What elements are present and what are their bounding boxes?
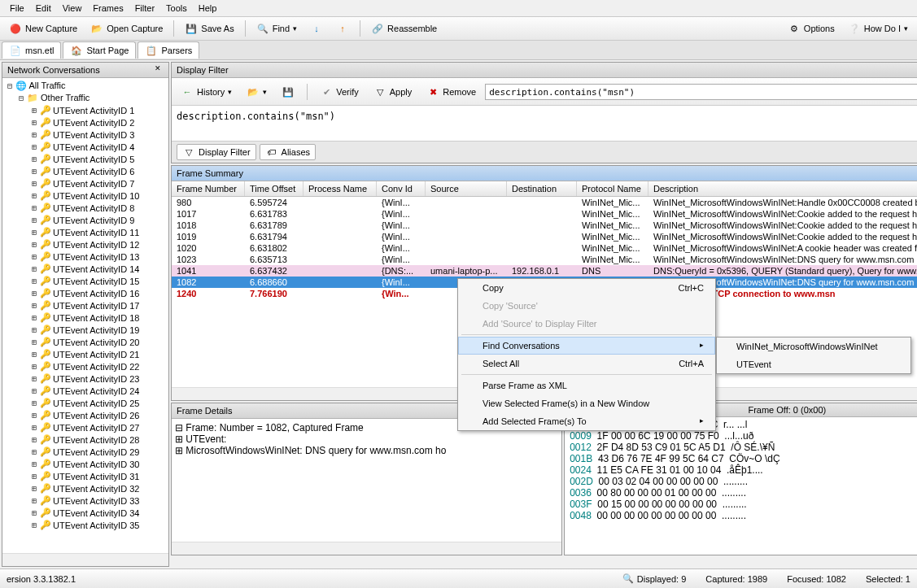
- frame-details-tree[interactable]: ⊟ Frame: Number = 1082, Captured Frame ⊞…: [172, 419, 561, 542]
- ctx-find-conversations[interactable]: Find Conversations▸: [458, 337, 715, 355]
- tree-item[interactable]: ⊞🔑UTEvent ActivityID 15: [4, 275, 167, 287]
- apply-button[interactable]: ▽Apply: [368, 82, 418, 102]
- tree-item[interactable]: ⊞🔑UTEvent ActivityID 11: [4, 226, 167, 238]
- tree-item[interactable]: ⊞🔑UTEvent ActivityID 23: [4, 372, 167, 385]
- how-do-i-button[interactable]: ❔How Do I ▾: [842, 19, 914, 38]
- menu-help[interactable]: Help: [199, 3, 217, 13]
- tree-item[interactable]: ⊞🔑UTEvent ActivityID 4: [4, 141, 167, 153]
- tree-item[interactable]: ⊞🔑UTEvent ActivityID 12: [4, 238, 167, 250]
- tree-item[interactable]: ⊞🔑UTEvent ActivityID 26: [4, 409, 167, 421]
- tree-item[interactable]: ⊞🔑UTEvent ActivityID 7: [4, 177, 167, 189]
- table-row[interactable]: 10186.631789{WinI...WinINet_Mic...WinINe…: [172, 220, 917, 231]
- tree-item[interactable]: ⊞🔑UTEvent ActivityID 16: [4, 287, 167, 299]
- menu-view[interactable]: View: [63, 3, 82, 13]
- tree-item[interactable]: ⊞🔑UTEvent ActivityID 22: [4, 360, 167, 372]
- tree-item[interactable]: ⊞🔑UTEvent ActivityID 9: [4, 214, 167, 226]
- tab-aliases[interactable]: 🏷Aliases: [260, 144, 316, 160]
- tree-item[interactable]: ⊞🔑UTEvent ActivityID 33: [4, 494, 167, 507]
- arrow-up-button[interactable]: ↑: [330, 19, 355, 38]
- tree-item[interactable]: ⊞🔑UTEvent ActivityID 35: [4, 519, 167, 531]
- col-description[interactable]: Description: [648, 181, 917, 196]
- tree-item[interactable]: ⊞🔑UTEvent ActivityID 30: [4, 458, 167, 470]
- hex-dump[interactable]: 0000 72 00 00 00 20 00 00 00 6C r... ...…: [565, 417, 917, 555]
- tree-item[interactable]: ⊞🔑UTEvent ActivityID 28: [4, 433, 167, 446]
- tree-other-traffic[interactable]: ⊟📁 Other Traffic: [4, 92, 167, 104]
- col-frame-number[interactable]: Frame Number: [172, 181, 245, 196]
- folder-button[interactable]: 📂▾: [241, 82, 273, 102]
- history-button[interactable]: ←History▾: [175, 82, 238, 102]
- col-time-offset[interactable]: Time Offset: [245, 181, 303, 196]
- menu-file[interactable]: File: [10, 3, 24, 13]
- back-icon: ←: [181, 85, 194, 98]
- filter-expression-input[interactable]: [485, 84, 917, 100]
- tree-item[interactable]: ⊞🔑UTEvent ActivityID 3: [4, 128, 167, 141]
- ctx-add-frames-to[interactable]: Add Selected Frame(s) To▸: [458, 412, 715, 430]
- col-process-name[interactable]: Process Name: [303, 181, 377, 196]
- table-row[interactable]: 9806.595724{WinI...WinINet_Mic...WinINet…: [172, 197, 917, 208]
- tree-item[interactable]: ⊞🔑UTEvent ActivityID 19: [4, 324, 167, 336]
- close-icon[interactable]: ✕: [152, 64, 164, 76]
- filter-body[interactable]: description.contains("msn"): [172, 105, 917, 141]
- h-scrollbar[interactable]: [2, 553, 168, 566]
- tree-root[interactable]: ⊟🌐 All Traffic: [4, 80, 167, 92]
- chevron-right-icon: ▸: [700, 416, 704, 426]
- new-capture-button[interactable]: 🔴New Capture: [3, 19, 83, 38]
- tree-item[interactable]: ⊞🔑UTEvent ActivityID 31: [4, 470, 167, 482]
- col-source[interactable]: Source: [426, 181, 507, 196]
- tree-item[interactable]: ⊞🔑UTEvent ActivityID 18: [4, 311, 167, 324]
- menu-edit[interactable]: Edit: [36, 3, 51, 13]
- menu-tools[interactable]: Tools: [166, 3, 187, 13]
- tree-item[interactable]: ⊞🔑UTEvent ActivityID 14: [4, 263, 167, 275]
- tab-start-page[interactable]: 🏠Start Page: [63, 41, 136, 59]
- menu-frames[interactable]: Frames: [93, 3, 123, 13]
- conversation-tree[interactable]: ⊟🌐 All Traffic⊟📁 Other Traffic⊞🔑UTEvent …: [2, 78, 168, 553]
- tree-item[interactable]: ⊞🔑UTEvent ActivityID 8: [4, 202, 167, 214]
- tree-item[interactable]: ⊞🔑UTEvent ActivityID 34: [4, 507, 167, 519]
- arrow-down-button[interactable]: ↓: [304, 19, 329, 38]
- save-button[interactable]: 💾: [276, 82, 300, 102]
- ctx-copy[interactable]: CopyCtrl+C: [458, 279, 715, 297]
- tree-item[interactable]: ⊞🔑UTEvent ActivityID 29: [4, 446, 167, 458]
- tree-item[interactable]: ⊞🔑UTEvent ActivityID 24: [4, 385, 167, 397]
- ctx-view-new-window[interactable]: View Selected Frame(s) in a New Window: [458, 394, 715, 412]
- key-icon: 🔑: [40, 349, 51, 359]
- table-row[interactable]: 10176.631783{WinI...WinINet_Mic...WinINe…: [172, 208, 917, 220]
- tree-item[interactable]: ⊞🔑UTEvent ActivityID 20: [4, 336, 167, 348]
- verify-button[interactable]: ✔Verify: [314, 82, 365, 102]
- reassemble-button[interactable]: 🔗Reassemble: [365, 19, 443, 38]
- table-row[interactable]: 10416.637432{DNS:...umani-laptop-p...192…: [172, 265, 917, 277]
- tree-item[interactable]: ⊞🔑UTEvent ActivityID 17: [4, 299, 167, 311]
- key-icon: 🔑: [40, 361, 51, 372]
- tree-item[interactable]: ⊞🔑UTEvent ActivityID 32: [4, 482, 167, 494]
- tree-item[interactable]: ⊞🔑UTEvent ActivityID 27: [4, 421, 167, 433]
- ctx-sub-utevent[interactable]: UTEvent: [717, 355, 910, 373]
- table-row[interactable]: 10206.631802{WinI...WinINet_Mic...WinINe…: [172, 242, 917, 254]
- tree-item[interactable]: ⊞🔑UTEvent ActivityID 21: [4, 348, 167, 360]
- tree-item[interactable]: ⊞🔑UTEvent ActivityID 5: [4, 153, 167, 165]
- key-icon: 🔑: [40, 300, 51, 311]
- menu-filter[interactable]: Filter: [135, 3, 155, 13]
- tab-parsers[interactable]: 📋Parsers: [138, 41, 199, 59]
- ctx-sub-wininet[interactable]: WinINet_MicrosoftWindowsWinINet: [717, 338, 910, 355]
- tree-item[interactable]: ⊞🔑UTEvent ActivityID 13: [4, 250, 167, 263]
- table-row[interactable]: 10196.631794{WinI...WinINet_Mic...WinINe…: [172, 231, 917, 242]
- tab-msn-etl[interactable]: 📄msn.etl: [2, 41, 61, 59]
- h-scrollbar[interactable]: [172, 542, 561, 555]
- remove-button[interactable]: ✖Remove: [421, 82, 482, 102]
- tree-item[interactable]: ⊞🔑UTEvent ActivityID 6: [4, 165, 167, 177]
- table-row[interactable]: 10236.635713{WinI...WinINet_Mic...WinINe…: [172, 254, 917, 265]
- col-destination[interactable]: Destination: [507, 181, 577, 196]
- ctx-select-all[interactable]: Select AllCtrl+A: [458, 355, 715, 372]
- find-button[interactable]: 🔍Find ▾: [251, 19, 303, 38]
- save-as-button[interactable]: 💾Save As: [179, 19, 239, 38]
- tree-item[interactable]: ⊞🔑UTEvent ActivityID 2: [4, 116, 167, 128]
- tab-display-filter[interactable]: ▽Display Filter: [177, 144, 256, 160]
- options-button[interactable]: ⚙Options: [782, 19, 841, 38]
- tree-item[interactable]: ⊞🔑UTEvent ActivityID 1: [4, 104, 167, 116]
- tree-item[interactable]: ⊞🔑UTEvent ActivityID 10: [4, 189, 167, 202]
- tree-item[interactable]: ⊞🔑UTEvent ActivityID 25: [4, 397, 167, 409]
- col-conv-id[interactable]: Conv Id: [377, 181, 426, 196]
- open-capture-button[interactable]: 📂Open Capture: [85, 19, 168, 38]
- col-protocol-name[interactable]: Protocol Name: [577, 181, 648, 196]
- ctx-parse-xml[interactable]: Parse Frame as XML: [458, 377, 715, 394]
